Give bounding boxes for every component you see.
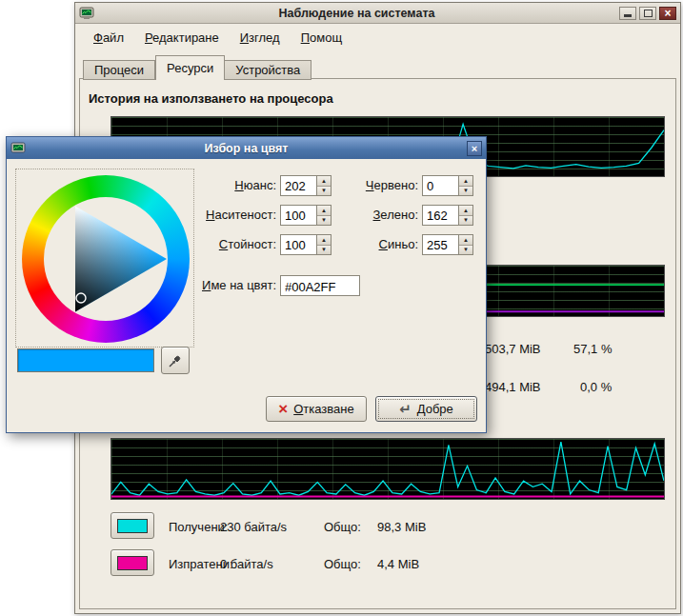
close-icon: × [664,8,671,19]
color-preview [17,348,154,372]
maximize-button[interactable] [639,7,656,20]
dialog-icon [10,141,26,156]
color-picker-dialog: Избор на цвят × [6,136,487,433]
swap-used-percent: 0,0 % [580,380,612,394]
close-button[interactable]: × [659,7,676,20]
cancel-button[interactable]: × Отказване [266,396,367,422]
green-input[interactable] [423,206,458,225]
swap-used-value: 494,1 MiB [485,380,541,394]
blue-spin-up[interactable]: ▲ [459,235,472,246]
value-label: Стойност: [150,237,276,251]
red-spinbox: ▲▼ [422,175,473,196]
hue-label: Нюанс: [150,178,276,192]
received-total-label: Общо: [324,520,361,534]
red-label: Червено: [321,178,418,192]
blue-spinbox: ▲▼ [422,234,473,255]
value-input[interactable] [281,235,316,254]
ok-label: Добре [417,402,453,416]
ok-button[interactable]: ↵ Добре [375,396,477,422]
eyedropper-icon [168,353,183,368]
main-window-titlebar[interactable]: Наблюдение на системата × [75,3,680,24]
green-spin-down[interactable]: ▼ [459,216,472,226]
red-spin-up[interactable]: ▲ [459,176,472,187]
main-window-title: Наблюдение на системата [94,7,619,20]
green-spin-up[interactable]: ▲ [459,206,472,216]
blue-label: Синьо: [321,237,418,251]
color-wheel[interactable] [15,169,194,348]
color-name-label: Име на цвят: [150,278,276,292]
menu-bar: Файл Редактиране Изглед Помощ [75,24,680,50]
ok-icon: ↵ [399,403,412,416]
red-input[interactable] [423,176,458,195]
received-color-swatch [117,519,148,533]
desktop: Наблюдение на системата × Файл Редактира… [0,0,683,616]
memory-used-percent: 57,1 % [573,342,612,356]
received-rate: 230 байта/s [220,520,287,534]
sent-rate: 0 байта/s [220,557,273,571]
saturation-input[interactable] [281,206,316,225]
tab-bar: Процеси Ресурси Устройства [83,55,311,80]
dialog-close-icon: × [472,143,477,154]
menu-file[interactable]: Файл [83,27,134,49]
sent-total: 4,4 MiB [377,557,419,571]
dialog-titlebar[interactable]: Избор на цвят × [7,137,486,159]
system-monitor-icon [79,6,94,21]
received-total: 98,3 MiB [377,520,426,534]
red-spin-down[interactable]: ▼ [459,187,472,196]
memory-used-value: 503,7 MiB [485,342,541,356]
cpu-section-title: История на използването на процесора [89,91,333,106]
network-history-chart [110,438,665,500]
cancel-label: Отказване [293,402,354,416]
maximize-icon [644,10,653,17]
green-spinbox: ▲▼ [422,205,473,226]
saturation-value-triangle[interactable] [16,169,195,348]
eyedropper-button[interactable] [161,347,190,374]
sent-total-label: Общо: [324,557,361,571]
tab-devices[interactable]: Устройства [225,60,311,80]
color-name-input[interactable] [280,275,360,296]
cancel-icon: × [278,403,288,416]
sent-color-button[interactable] [110,549,154,576]
menu-view[interactable]: Изглед [230,27,291,49]
minimize-icon [624,14,632,17]
blue-input[interactable] [423,235,458,254]
hue-input[interactable] [281,176,316,195]
menu-edit[interactable]: Редактиране [134,27,230,49]
window-controls: × [619,7,676,20]
tab-resources[interactable]: Ресурси [155,55,225,80]
minimize-button[interactable] [619,7,636,20]
green-label: Зелено: [321,208,418,222]
dialog-title: Избор на цвят [26,142,467,155]
blue-spin-down[interactable]: ▼ [459,246,472,255]
dialog-close-button[interactable]: × [467,141,482,156]
tab-processes[interactable]: Процеси [83,60,155,80]
menu-help[interactable]: Помощ [291,27,352,49]
sent-color-swatch [117,556,148,570]
saturation-label: Наситеност: [150,208,276,222]
received-color-button[interactable] [110,512,154,539]
